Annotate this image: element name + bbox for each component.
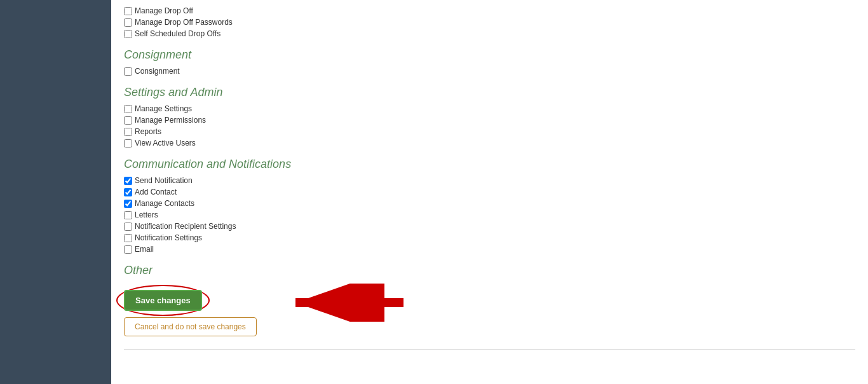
manage-drop-off-passwords-checkbox[interactable] [124,18,132,27]
email-label: Email [135,245,154,254]
list-item: View Active Users [124,139,855,147]
manage-settings-checkbox[interactable] [124,105,132,113]
consignment-checkbox[interactable] [124,67,132,76]
consignment-label: Consignment [135,67,180,76]
list-item: Reports [124,127,855,136]
list-item: Manage Drop Off [124,6,855,15]
list-item: Manage Permissions [124,116,855,125]
annotation-arrow [283,284,410,322]
consignment-group: Consignment [124,67,855,76]
list-item: Letters [124,210,855,219]
bottom-divider [124,349,855,350]
send-notification-label: Send Notification [135,176,193,185]
list-item: Notification Settings [124,233,855,242]
letters-label: Letters [135,210,158,219]
manage-permissions-checkbox[interactable] [124,116,132,125]
notification-recipient-settings-checkbox[interactable] [124,223,132,231]
notification-settings-checkbox[interactable] [124,234,132,242]
manage-drop-off-passwords-label: Manage Drop Off Passwords [135,18,233,27]
email-checkbox[interactable] [124,245,132,254]
list-item: Email [124,245,855,254]
list-item: Notification Recipient Settings [124,222,855,231]
self-scheduled-drop-offs-label: Self Scheduled Drop Offs [135,29,220,38]
settings-admin-section-title: Settings and Admin [124,86,855,99]
list-item: Add Contact [124,188,855,196]
top-checkboxes-group: Manage Drop Off Manage Drop Off Password… [124,6,855,38]
manage-contacts-label: Manage Contacts [135,199,194,208]
communication-group: Send Notification Add Contact Manage Con… [124,176,855,254]
list-item: Manage Settings [124,104,855,113]
list-item: Consignment [124,67,855,76]
manage-contacts-checkbox[interactable] [124,200,132,208]
manage-drop-off-checkbox[interactable] [124,7,132,15]
letters-checkbox[interactable] [124,211,132,219]
notification-recipient-settings-label: Notification Recipient Settings [135,222,236,231]
add-contact-label: Add Contact [135,188,177,196]
list-item: Send Notification [124,176,855,185]
reports-checkbox[interactable] [124,128,132,136]
view-active-users-label: View Active Users [135,139,196,147]
settings-admin-group: Manage Settings Manage Permissions Repor… [124,104,855,147]
manage-permissions-label: Manage Permissions [135,116,206,125]
manage-settings-label: Manage Settings [135,104,192,113]
consignment-section-title: Consignment [124,48,855,62]
notification-settings-label: Notification Settings [135,233,202,242]
list-item: Manage Drop Off Passwords [124,18,855,27]
communication-section-title: Communication and Notifications [124,158,855,171]
list-item: Self Scheduled Drop Offs [124,29,855,38]
cancel-button[interactable]: Cancel and do not save changes [124,317,257,336]
save-button[interactable]: Save changes [124,290,202,311]
manage-drop-off-label: Manage Drop Off [135,6,193,15]
main-content: Manage Drop Off Manage Drop Off Password… [111,0,868,384]
other-section-title: Other [124,264,855,277]
reports-label: Reports [135,127,161,136]
actions-area: Save changes Cancel and do not save chan… [124,290,855,336]
self-scheduled-drop-offs-checkbox[interactable] [124,30,132,38]
list-item: Manage Contacts [124,199,855,208]
add-contact-checkbox[interactable] [124,188,132,196]
sidebar [0,0,111,384]
view-active-users-checkbox[interactable] [124,139,132,147]
send-notification-checkbox[interactable] [124,177,132,185]
save-button-wrapper: Save changes [124,290,202,311]
